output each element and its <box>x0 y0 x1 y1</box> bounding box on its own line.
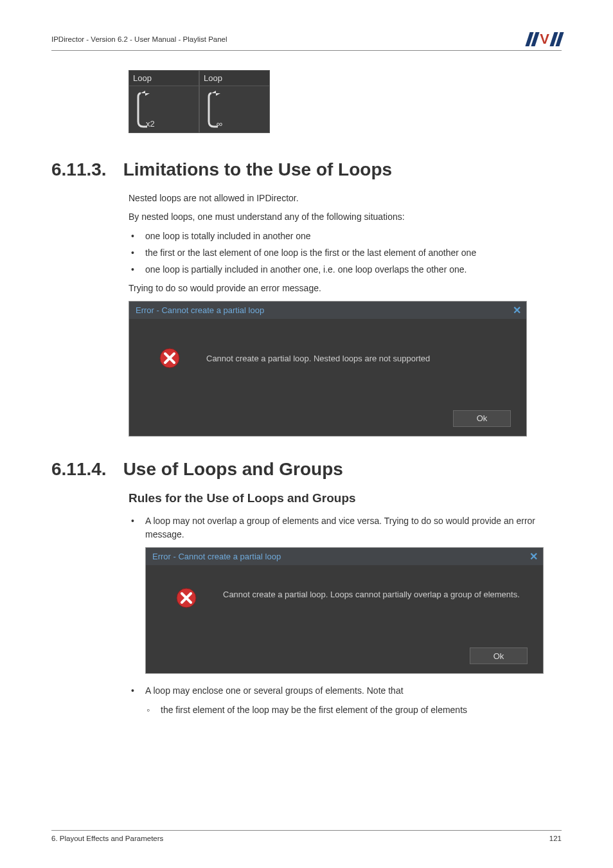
dialog-message: Cannot create a partial loop. Nested loo… <box>206 352 511 365</box>
bullet-list: A loop may not overlap a group of elemen… <box>129 514 562 542</box>
paragraph: Trying to do so would provide an error m… <box>129 282 562 296</box>
error-dialog-nested-loops: Error - Cannot create a partial loop ✕ C… <box>129 301 527 437</box>
loop-count-label: x2 <box>146 119 155 129</box>
section-title: Limitations to the Use of Loops <box>123 160 392 180</box>
loop-box-title: Loop <box>200 71 269 86</box>
dialog-titlebar: Error - Cannot create a partial loop ✕ <box>146 548 543 565</box>
page-header: IPDirector - Version 6.2 - User Manual -… <box>51 31 562 51</box>
section-heading-6-11-4: 6.11.4. Use of Loops and Groups <box>51 460 562 480</box>
error-icon <box>175 587 197 611</box>
loop-examples: Loop x2 Loop ∞ <box>129 70 562 133</box>
list-item: one loop is totally included in another … <box>129 230 562 244</box>
close-icon[interactable]: ✕ <box>513 304 521 316</box>
error-dialog-overlap-group: Error - Cannot create a partial loop ✕ C… <box>145 547 544 674</box>
dialog-message: Cannot create a partial loop. Loops cann… <box>223 588 528 601</box>
bullet-list: A loop may enclose one or several groups… <box>129 684 562 698</box>
list-item: A loop may enclose one or several groups… <box>129 684 562 698</box>
sub-bullet-list: the first element of the loop may be the… <box>129 703 562 718</box>
dialog-title: Error - Cannot create a partial loop <box>152 552 281 561</box>
section-heading-6-11-3: 6.11.3. Limitations to the Use of Loops <box>51 160 562 180</box>
page-footer: 6. Playout Effects and Parameters 121 <box>51 830 562 842</box>
evs-logo: V <box>528 31 562 48</box>
list-item: one loop is partially included in anothe… <box>129 263 562 277</box>
list-item: A loop may not overlap a group of elemen… <box>129 514 562 542</box>
header-text: IPDirector - Version 6.2 - User Manual -… <box>51 35 227 43</box>
dialog-titlebar: Error - Cannot create a partial loop ✕ <box>129 302 526 319</box>
footer-page-number: 121 <box>549 835 562 842</box>
section-title: Use of Loops and Groups <box>123 460 343 480</box>
error-icon <box>159 347 181 372</box>
list-item: the first element of the loop may be the… <box>129 703 562 718</box>
close-icon[interactable]: ✕ <box>529 550 538 563</box>
ok-button[interactable]: Ok <box>453 410 511 427</box>
loop-count-label: ∞ <box>217 119 222 129</box>
loop-box-infinite: Loop ∞ <box>199 70 270 133</box>
loop-box-title: Loop <box>129 71 199 86</box>
ok-button[interactable]: Ok <box>470 647 528 664</box>
section-number: 6.11.4. <box>51 460 107 480</box>
footer-chapter: 6. Playout Effects and Parameters <box>51 835 163 842</box>
list-item: the first or the last element of one loo… <box>129 246 562 260</box>
paragraph: Nested loops are not allowed in IPDirect… <box>129 192 562 206</box>
paragraph: By nested loops, one must understand any… <box>129 210 562 224</box>
section-number: 6.11.3. <box>51 160 107 180</box>
loop-box-x2: Loop x2 <box>129 70 199 133</box>
dialog-title: Error - Cannot create a partial loop <box>136 305 264 315</box>
sub-heading: Rules for the Use of Loops and Groups <box>129 491 562 505</box>
bullet-list: one loop is totally included in another … <box>129 230 562 276</box>
loop-arrow-icon <box>206 89 226 129</box>
